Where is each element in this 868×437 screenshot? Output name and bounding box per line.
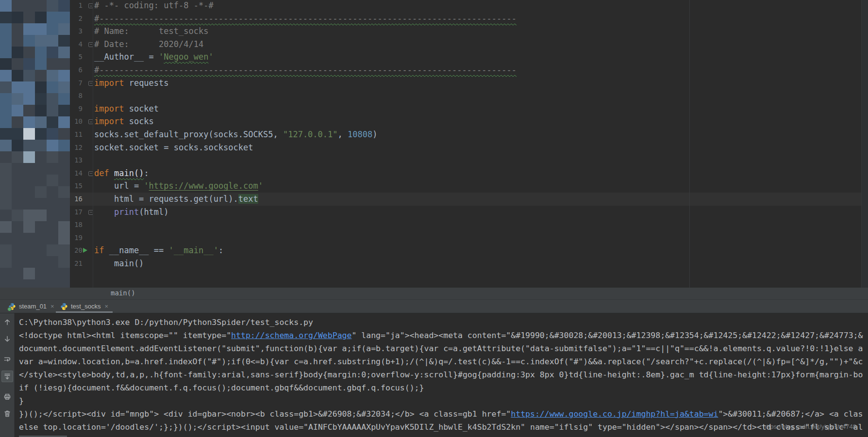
console-text: </style><style>body,td,a,p,.h{font-famil… [19,370,863,379]
code-line[interactable]: 13 [70,154,868,167]
mosaic-block [58,35,70,47]
mosaic-block [47,23,58,35]
code-text: url = 'https://www.google.com' [94,179,263,193]
console-line: else top.location='/doodles/';};})();</s… [19,421,868,434]
mosaic-block [12,70,23,81]
mosaic-block [58,163,70,175]
breadcrumb-item[interactable]: main() [111,289,135,297]
mosaic-block [58,105,70,116]
code-editor[interactable]: 1# -*- coding: utf-8 -*-#2#-------------… [70,0,868,288]
mosaic-block [35,23,47,35]
mosaic-block [58,116,70,128]
line-number: 6 [70,64,83,77]
pycharm-window: 1# -*- coding: utf-8 -*-#2#-------------… [0,0,868,437]
mosaic-block [58,186,70,198]
mosaic-block [35,244,47,256]
code-line[interactable]: 18 [70,218,868,231]
soft-wrap-icon[interactable] [1,354,13,365]
code-line[interactable]: 17 print(html) [70,206,868,219]
down-arrow-icon[interactable] [1,333,13,345]
code-line[interactable]: 21 main() [70,257,868,270]
mosaic-block [58,128,70,140]
mosaic-block [0,256,12,268]
code-line[interactable]: 14def main(): [70,167,868,180]
mosaic-block [58,23,70,35]
mosaic-block [35,81,47,93]
line-number: 13 [70,154,83,167]
print-icon[interactable] [1,391,13,403]
code-line[interactable]: 10import socks [70,115,868,128]
line-number: 17 [70,206,83,219]
mosaic-block [23,210,35,221]
code-line[interactable]: 1# -*- coding: utf-8 -*-# [70,0,868,12]
mosaic-block [47,151,58,163]
mosaic-block [23,221,35,233]
mosaic-block [0,163,12,175]
code-line[interactable]: 8 [70,89,868,102]
mosaic-block [47,58,58,70]
code-line[interactable]: 20if __name__ == '__main__': [70,244,868,257]
mosaic-block [35,70,47,81]
mosaic-block [12,0,23,12]
code-text: socket.socket = socks.socksocket [94,141,253,154]
mosaic-block [47,12,58,23]
active-tab-underline [56,311,113,313]
code-text: print(html) [94,206,169,219]
code-line[interactable]: 6#--------------------------------------… [70,64,868,77]
tab-close-icon[interactable]: × [50,303,54,310]
code-line[interactable]: 16 html = requests.get(url).text [70,193,868,206]
console-hyperlink[interactable]: https://www.google.co.jp/imghp?hl=ja&tab… [511,409,718,419]
tab-label: steam_01 [19,303,47,310]
mosaic-block [12,163,23,175]
python-icon [60,303,68,310]
mosaic-block [35,256,47,268]
mosaic-block [0,244,12,256]
mosaic-block [35,105,47,116]
code-line[interactable]: 15 url = 'https://www.google.com' [70,179,868,193]
mosaic-block [47,70,58,81]
mosaic-block [12,47,23,58]
tab-close-icon[interactable]: × [104,303,108,310]
mosaic-block [23,81,35,93]
scroll-to-end-icon[interactable] [1,371,13,382]
mosaic-block [58,93,70,105]
code-line[interactable]: 7import requests [70,77,868,90]
mosaic-block [47,116,58,128]
mosaic-block [35,93,47,105]
mosaic-block [0,12,12,23]
code-line[interactable]: 5__Author__ = 'Negoo_wen' [70,50,868,64]
mosaic-block [47,210,58,221]
tab-steam_01[interactable]: steam_01× [4,300,59,313]
run-arrow-icon[interactable] [83,248,87,253]
mosaic-block [47,268,58,279]
code-line[interactable]: 12socket.socket = socks.socksocket [70,141,868,154]
tab-label: test_socks [71,303,100,310]
code-line[interactable]: 2#--------------------------------------… [70,12,868,25]
mosaic-block [58,175,70,186]
console-text: " lang="ja"><head><meta content="&#19990… [351,331,863,340]
code-line[interactable]: 11socks.set_default_proxy(socks.SOCKS5, … [70,128,868,141]
mosaic-block [12,35,23,47]
code-text: html = requests.get(url).text [94,193,258,206]
mosaic-block [23,116,35,128]
code-line[interactable]: 9import socket [70,102,868,115]
console-output[interactable]: C:\Python38\python3.exe D:/python/Python… [15,313,868,437]
code-line[interactable]: 3# Name: test_socks [70,25,868,38]
mosaic-block [58,256,70,268]
mosaic-block [23,128,35,140]
mosaic-block [35,233,47,244]
mosaic-block [12,116,23,128]
mosaic-block [47,105,58,116]
mosaic-block [35,47,47,58]
tab-test_socks[interactable]: test_socks× [56,300,113,313]
code-line[interactable]: 4# Date: 2020/4/14 [70,38,868,51]
mosaic-block [35,116,47,128]
clear-all-icon[interactable] [1,408,13,420]
mosaic-block [0,268,12,279]
code-line[interactable]: 19 [70,231,868,244]
console-text: else top.location='/doodles/';};})();</s… [19,422,863,432]
mosaic-block [35,198,47,210]
line-number: 7 [70,77,83,90]
console-hyperlink[interactable]: http://schema.org/WebPage [231,331,351,340]
up-arrow-icon[interactable] [1,316,13,328]
